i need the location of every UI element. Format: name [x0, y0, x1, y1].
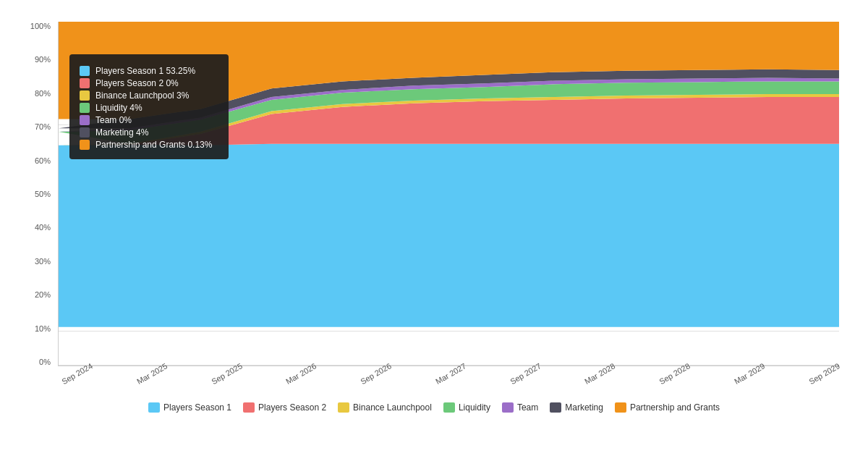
legend-label: Team — [517, 402, 538, 413]
chart-tooltip: Players Season 1 53.25%Players Season 2 … — [69, 54, 229, 159]
tooltip-label: Players Season 2 0% — [95, 78, 179, 88]
tooltip-swatch — [80, 78, 90, 88]
y-axis-label: 10% — [35, 324, 51, 333]
tooltip-label: Team 0% — [95, 115, 132, 125]
tooltip-row: Liquidity 4% — [80, 103, 218, 113]
tooltip-row: Players Season 2 0% — [80, 78, 218, 88]
tooltip-label: Binance Launchpool 3% — [95, 90, 189, 101]
tooltip-label: Players Season 1 53.25% — [95, 66, 195, 76]
y-axis-label: 0% — [39, 358, 51, 366]
legend-item: Binance Launchpool — [338, 402, 432, 413]
legend-swatch — [443, 402, 455, 413]
legend-label: Players Season 1 — [163, 402, 231, 413]
legend-label: Partnership and Grants — [630, 402, 720, 413]
y-axis-label: 30% — [35, 257, 51, 266]
tooltip-swatch — [80, 140, 90, 150]
legend-swatch — [338, 402, 349, 413]
area-players-season-1 — [59, 144, 839, 327]
legend-label: Players Season 2 — [258, 402, 326, 413]
tooltip-label: Partnership and Grants 0.13% — [95, 140, 212, 150]
y-axis-label: 80% — [35, 89, 51, 98]
legend-item: Players Season 2 — [243, 402, 326, 413]
legend-swatch — [615, 402, 626, 413]
legend-label: Marketing — [565, 402, 603, 413]
legend-item: Marketing — [550, 402, 603, 413]
page: 0%10%20%30%40%50%60%70%80%90%100% — [0, 0, 868, 456]
tooltip-row: Partnership and Grants 0.13% — [80, 140, 218, 150]
tooltip-swatch — [80, 90, 90, 101]
tooltip-swatch — [80, 115, 90, 125]
y-axis-label: 100% — [30, 22, 51, 30]
grid-line — [59, 331, 839, 332]
tooltip-row: Team 0% — [80, 115, 218, 125]
y-axis-label: 50% — [35, 190, 51, 198]
legend-swatch — [502, 402, 514, 413]
x-axis: Sep 2024Mar 2025Sep 2025Mar 2026Sep 2026… — [58, 366, 839, 395]
legend-item: Players Season 1 — [148, 402, 231, 413]
y-axis-label: 90% — [35, 55, 51, 64]
y-axis-label: 70% — [35, 122, 51, 131]
tooltip-row: Marketing 4% — [80, 127, 218, 138]
legend-label: Binance Launchpool — [353, 402, 432, 413]
chart-container: 0%10%20%30%40%50%60%70%80%90%100% — [58, 22, 839, 395]
tooltip-row: Players Season 1 53.25% — [80, 66, 218, 76]
y-axis: 0%10%20%30%40%50%60%70%80%90%100% — [22, 22, 54, 366]
chart-plot: Players Season 1 53.25%Players Season 2 … — [58, 22, 839, 366]
tooltip-swatch — [80, 66, 90, 76]
legend-item: Team — [502, 402, 538, 413]
y-axis-label: 20% — [35, 290, 51, 299]
legend-swatch — [243, 402, 255, 413]
chart-area: 0%10%20%30%40%50%60%70%80%90%100% — [22, 22, 846, 413]
y-axis-label: 40% — [35, 223, 51, 232]
chart-legend: Players Season 1Players Season 2Binance … — [22, 397, 846, 413]
tooltip-label: Marketing 4% — [95, 127, 148, 138]
legend-item: Partnership and Grants — [615, 402, 720, 413]
grid-line — [59, 365, 839, 366]
legend-swatch — [148, 402, 160, 413]
legend-swatch — [550, 402, 561, 413]
legend-item: Liquidity — [443, 402, 490, 413]
legend-label: Liquidity — [459, 402, 490, 413]
tooltip-swatch — [80, 103, 90, 113]
y-axis-label: 60% — [35, 156, 51, 165]
tooltip-swatch — [80, 127, 90, 138]
tooltip-row: Binance Launchpool 3% — [80, 90, 218, 101]
tooltip-label: Liquidity 4% — [95, 103, 142, 113]
